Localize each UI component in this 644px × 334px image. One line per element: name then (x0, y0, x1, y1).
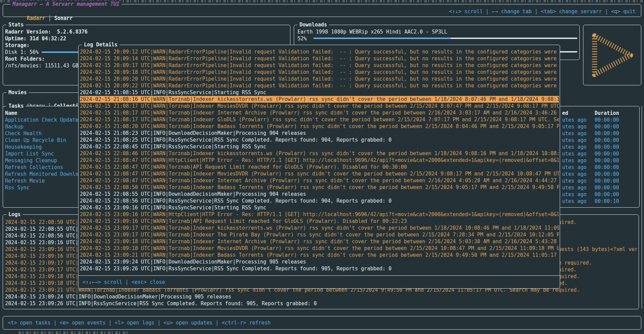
popup-right-border (642, 106, 642, 309)
downloads-title: Downloads (297, 21, 329, 28)
download-progress-fill (313, 38, 451, 39)
task-duration-cell: 00:00:00 (595, 117, 625, 123)
task-duration-cell: 00:00:00 (595, 184, 625, 191)
log-detail-row[interactable]: 2024-02-15 21:08:17 UTC|WARN|Torznab|Ind… (80, 103, 559, 109)
log-detail-row[interactable]: 2024-02-15 21:08:17 UTC|WARN|Torznab|Ind… (80, 116, 559, 123)
log-detail-row[interactable]: 2024-02-15 20:09:18 UTC|WARN|RadarrError… (80, 69, 559, 76)
stats-title: Stats (6, 21, 26, 28)
bottom-keybinds: <t> open tasks | <e> open events | <l> o… (8, 319, 271, 326)
log-detail-row[interactable]: 2024-02-15 23:09:16 UTC|WARN|HttpClient|… (80, 211, 559, 218)
log-details-separator (79, 275, 560, 276)
task-duration-cell: 00:00:00 (595, 150, 625, 157)
log-detail-row[interactable]: 2024-02-15 23:09:16 UTC|WARN|Torznab|API… (80, 218, 559, 225)
log-details-title: Log Details (82, 41, 119, 48)
log-detail-row[interactable]: 2024-02-15 20:09:22 UTC|WARN|RadarrError… (80, 82, 559, 89)
log-detail-row-selected[interactable]: 2024-02-15 21:08:16 UTC|WARN|Torznab|Ind… (80, 96, 559, 103)
log-detail-row[interactable]: 2024-02-15 20:09:14 UTC|WARN|RadarrError… (80, 55, 559, 62)
log-detail-row[interactable]: 2024-02-15 22:08:56 UTC|INFO|RssSyncServ… (80, 197, 559, 204)
log-detail-row[interactable]: 2024-02-15 23:09:18 UTC|WARN|Torznab|Ind… (80, 245, 559, 252)
log-detail-row[interactable]: 2024-02-15 22:08:47 UTC|WARN|Torznab|Ind… (80, 177, 559, 184)
log-detail-row[interactable]: 2024-02-15 22:08:47 UTC|WARN|HttpClient|… (80, 157, 559, 164)
log-detail-row[interactable]: 2024-02-15 23:09:26 UTC|INFO|RssSyncServ… (80, 265, 559, 272)
log-detail-row[interactable]: 2024-02-15 23:09:16 UTC|INFO|RssSyncServ… (80, 204, 559, 211)
task-duration-cell: 00:00:00 (595, 164, 625, 171)
task-executed-cell: utes ago (562, 123, 593, 130)
log-detail-row[interactable]: 2024-02-15 23:09:17 UTC|WARN|Torznab|Ind… (80, 231, 559, 238)
log-details-footer-keybinds: <↑↓←→> scroll | <esc> close (83, 279, 165, 286)
log-detail-row[interactable]: 2024-02-15 23:09:21 UTC|WARN|Torznab|Ind… (80, 252, 559, 258)
header-panel: Managarr — A Servarr management TUI Rada… (3, 4, 641, 17)
managarr-play-logo-icon (587, 30, 638, 81)
logs-title: Logs (6, 211, 23, 218)
tasks-executed-header-fragment: ed (562, 110, 568, 117)
task-duration-cell: 00:00:00 (595, 123, 625, 130)
log-detail-row[interactable]: 2024-02-15 21:08:15 UTC|INFO|RssSyncServ… (80, 89, 559, 96)
log-detail-row[interactable]: 2024-02-15 21:08:25 UTC|INFO|RssSyncServ… (80, 137, 559, 143)
task-executed-cell: utes ago (562, 157, 593, 164)
tasks-duration-header: Duration (595, 110, 619, 117)
log-detail-row[interactable]: 2024-02-15 21:08:20 UTC|WARN|Torznab|Ind… (80, 123, 559, 130)
log-detail-row[interactable]: 2024-02-15 22:08:47 UTC|WARN|Torznab|Ind… (80, 170, 559, 177)
log-detail-row[interactable]: 2024-02-15 23:09:17 UTC|WARN|Torznab|Ind… (80, 225, 559, 231)
log-detail-row[interactable]: 2024-02-15 23:09:18 UTC|WARN|Torznab|Ind… (80, 238, 559, 245)
task-executed-cell: utes ago (562, 117, 593, 123)
log-row[interactable]: 2024-02-15 23:09:24 UTC|INFO|DownloadDec… (5, 293, 637, 300)
app-title: Managarr — A Servarr management TUI (10, 1, 121, 7)
log-detail-row[interactable]: 2024-02-15 22:08:45 UTC|INFO|RssSyncServ… (80, 143, 559, 150)
tasks-title: Tasks (6, 103, 26, 109)
task-executed-cell: utes ago (562, 178, 593, 184)
managarr-tui-screen: Managarr — A Servarr management TUI Rada… (0, 0, 644, 334)
stats-line: Radarr Version: 5.2.6.8376 (5, 28, 289, 35)
header-keybinds: <↑↓> scroll | ←→ change tab | <tab> chan… (449, 8, 636, 15)
log-detail-row[interactable]: 2024-02-15 22:08:46 UTC|WARN|Torznab|Ind… (80, 150, 559, 157)
task-executed-cell: utes ago (562, 150, 593, 157)
log-detail-row[interactable]: 2024-02-15 20:09:17 UTC|WARN|RadarrError… (80, 62, 559, 69)
task-duration-cell: 00:00:00 (595, 171, 625, 178)
task-executed-cell: utes ago (562, 144, 593, 150)
log-row[interactable]: 2024-02-15 23:09:26 UTC|INFO|RssSyncServ… (5, 300, 637, 307)
task-executed-cell: utes ago (562, 171, 593, 178)
task-duration-cell: 00:00:00 (595, 191, 625, 198)
bottom-bar: <t> open tasks | <e> open events | <l> o… (3, 316, 641, 330)
task-duration-cell: 00:00:10 (595, 198, 625, 205)
download-percent: 52% (297, 35, 307, 42)
task-executed-cell: utes ago (562, 198, 593, 205)
log-detail-row[interactable]: 2024-02-15 20:09:12 UTC|WARN|RadarrError… (80, 48, 559, 55)
log-detail-row[interactable]: 2024-02-15 22:08:47 UTC|WARN|Torznab|API… (80, 164, 559, 170)
task-executed-cell: utes ago (562, 191, 593, 198)
movies-title: Movies (6, 89, 29, 96)
task-duration-cell: 00:00:00 (595, 157, 625, 164)
log-detail-row[interactable]: 2024-02-15 21:08:23 UTC|INFO|DownloadDec… (80, 130, 559, 137)
log-details-modal: Log Details 2024-02-15 20:09:12 UTC|WARN… (78, 45, 560, 289)
stats-line: Uptime: 31d 04:32:22 (5, 35, 289, 42)
log-detail-row[interactable]: 2024-02-15 22:08:55 UTC|INFO|DownloadDec… (80, 191, 559, 197)
task-executed-cell: utes ago (562, 137, 593, 144)
task-duration-cell: 00:00:00 (595, 144, 625, 150)
tab-separator: │ (45, 15, 54, 21)
log-detail-row[interactable]: 2024-02-15 22:08:50 UTC|WARN|Torznab|Ind… (80, 184, 559, 191)
task-executed-cell: utes ago (562, 184, 593, 191)
tab-sonarr[interactable]: Sonarr (54, 15, 72, 21)
tab-radarr[interactable]: Radarr (27, 15, 45, 21)
task-executed-cell: utes ago (562, 164, 593, 171)
log-detail-row[interactable]: 2024-02-15 21:08:17 UTC|WARN|Torznab|Ind… (80, 109, 559, 116)
terminal-artifact-bottom (19, 331, 130, 334)
task-duration-cell: 00:00:00 (595, 137, 625, 144)
task-duration-cell: 00:00:00 (595, 130, 625, 137)
log-detail-row[interactable]: 2024-02-15 20:09:20 UTC|WARN|RadarrError… (80, 76, 559, 82)
task-executed-cell: utes ago (562, 130, 593, 137)
download-item[interactable]: Earth 1998 1080p WEBRip x265 Hindi AAC2.… (297, 28, 575, 35)
tasks-name-header: Name (5, 110, 17, 117)
log-detail-row[interactable]: 2024-02-15 23:09:24 UTC|INFO|DownloadDec… (80, 258, 559, 265)
task-duration-cell: 00:00:00 (595, 178, 625, 184)
logo-panel (583, 25, 641, 85)
